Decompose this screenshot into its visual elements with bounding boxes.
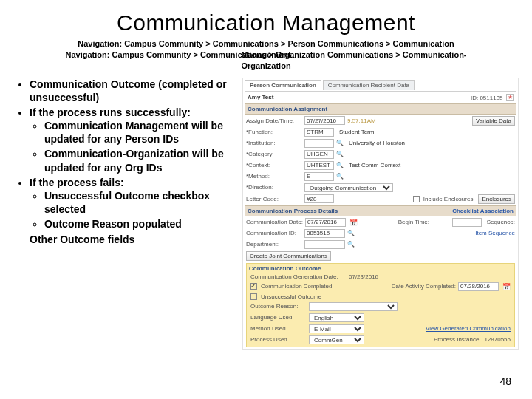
- comm-id-label: Communication ID:: [246, 230, 302, 236]
- reason-label: Outcome Reason:: [250, 303, 307, 310]
- category-label: *Category:: [246, 151, 302, 157]
- variable-data-button[interactable]: Variable Data: [472, 116, 515, 126]
- lookup-icon[interactable]: 🔍: [336, 151, 344, 158]
- context-label: *Context:: [246, 162, 302, 168]
- reason-select[interactable]: [309, 302, 398, 311]
- bullet-2b: Communication-Organization will be updat…: [44, 147, 235, 174]
- letter-input[interactable]: [304, 194, 334, 203]
- begin-time-label: Begin Time:: [398, 219, 450, 225]
- view-generated-link[interactable]: View Generated Communication: [426, 325, 511, 332]
- lookup-icon[interactable]: 🔍: [347, 241, 355, 248]
- tab-recipient-data[interactable]: Communication Recipient Data: [323, 80, 415, 90]
- bullet-3: If the process fails:: [30, 177, 124, 188]
- activity-date-label: Date Activity Completed:: [392, 283, 456, 290]
- outcome-box: Communication Outcome Communication Gene…: [246, 263, 515, 347]
- unsuccessful-checkbox[interactable]: [250, 293, 257, 300]
- function-input[interactable]: [304, 128, 334, 137]
- id-value: 0511135: [480, 94, 502, 100]
- nav-overlap: Management: [241, 50, 290, 61]
- process-instance-label: Process Instance: [434, 336, 479, 343]
- enclosures-button[interactable]: Enclosures: [478, 194, 515, 204]
- calendar-icon[interactable]: 📅: [348, 219, 358, 226]
- lang-used-select[interactable]: English: [309, 313, 364, 322]
- method-label: *Method:: [246, 173, 302, 180]
- completed-label: Communication Completed: [261, 283, 332, 290]
- section-process-details: Communication Process Details Checklist …: [245, 205, 516, 216]
- lookup-icon[interactable]: 🔍: [336, 173, 344, 180]
- process-instance-value: 12870555: [484, 336, 511, 343]
- direction-select[interactable]: Outgoing Communication: [304, 183, 393, 192]
- lang-used-label: Language Used: [250, 314, 307, 321]
- function-display: Student Term: [336, 129, 374, 135]
- comm-date-input[interactable]: [305, 218, 346, 227]
- lookup-icon[interactable]: 🔍: [347, 230, 355, 237]
- tab-row: Person Communication Communication Recip…: [245, 80, 516, 92]
- breadcrumb: Navigation: Campus Community > Communica…: [13, 38, 519, 72]
- context-input[interactable]: [304, 161, 334, 170]
- checklist-association-link[interactable]: Checklist Association: [452, 208, 514, 214]
- institution-input[interactable]: [304, 139, 334, 148]
- section-assignment-title: Communication Assignment: [248, 106, 327, 112]
- category-input[interactable]: [304, 150, 334, 159]
- item-sequence-link[interactable]: Item Sequence: [475, 230, 515, 236]
- bullet-3b: Outcome Reason populated: [44, 217, 235, 231]
- nav-line-3: Organization: [13, 61, 519, 72]
- favorite-icon[interactable]: ★: [506, 94, 514, 101]
- gen-date-value: 07/23/2016: [349, 273, 378, 280]
- direction-label: *Direction:: [246, 184, 302, 191]
- page-title: Communication Management: [13, 10, 519, 35]
- comm-date-label: Communication Date:: [246, 219, 303, 225]
- form-screenshot: Person Communication Communication Recip…: [242, 78, 519, 350]
- section-assignment: Communication Assignment: [245, 103, 516, 115]
- lookup-icon[interactable]: 🔍: [336, 162, 344, 169]
- sequence-label: Sequence:: [487, 219, 515, 225]
- bullet-3-tail: Other Outcome fields: [30, 233, 134, 245]
- assign-date-input[interactable]: [304, 116, 345, 125]
- institution-label: *Institution:: [246, 140, 302, 146]
- lookup-icon[interactable]: 🔍: [336, 140, 344, 147]
- gen-date-label: Communication Generation Date:: [250, 273, 347, 280]
- person-name: Amy Test: [248, 94, 273, 100]
- assign-time: 9:57:11AM: [347, 117, 376, 124]
- include-enclosures-checkbox[interactable]: [413, 196, 420, 202]
- bullet-2a: Communication Management will be updated…: [44, 119, 235, 146]
- method-used-label: Method Used: [250, 325, 307, 332]
- bullet-3a: Unsuccessful Outcome checkbox selected: [44, 189, 235, 216]
- bullet-1: Communication Outcome (completed or unsu…: [30, 78, 235, 104]
- unsuccessful-label: Unsuccessful Outcome: [261, 293, 321, 300]
- completed-checkbox[interactable]: [250, 283, 257, 290]
- department-input[interactable]: [304, 240, 345, 249]
- id-label: ID:: [471, 94, 478, 100]
- bullet-list: Communication Outcome (completed or unsu…: [13, 78, 235, 350]
- include-enclosures-label: Include Enclosures: [423, 196, 474, 202]
- letter-label: Letter Code:: [246, 196, 302, 202]
- method-input[interactable]: [304, 172, 334, 181]
- context-display: Test Comm Context: [346, 162, 400, 168]
- assign-date-label: Assign Date/Time:: [246, 117, 302, 124]
- institution-display: University of Houston: [346, 140, 405, 146]
- tab-person-communication[interactable]: Person Communication: [245, 80, 321, 90]
- process-used-label: Process Used: [250, 336, 307, 343]
- nav-line-1: Navigation: Campus Community > Communica…: [13, 38, 519, 50]
- comm-id-input[interactable]: [304, 229, 345, 238]
- method-used-select[interactable]: E-Mail: [309, 324, 364, 333]
- bullet-2: If the process runs successfully:: [30, 106, 191, 118]
- begin-time-input[interactable]: [452, 218, 482, 227]
- create-joint-button[interactable]: Create Joint Communications: [246, 251, 331, 261]
- calendar-icon[interactable]: 📅: [501, 283, 511, 290]
- outcome-header: Communication Outcome: [249, 265, 512, 272]
- activity-date-input[interactable]: [458, 282, 499, 291]
- process-used-select[interactable]: CommGen: [309, 335, 364, 344]
- department-label: Department:: [246, 241, 302, 248]
- section-process-title: Communication Process Details: [248, 208, 338, 214]
- page-number: 48: [499, 375, 511, 387]
- function-label: *Function:: [246, 129, 302, 135]
